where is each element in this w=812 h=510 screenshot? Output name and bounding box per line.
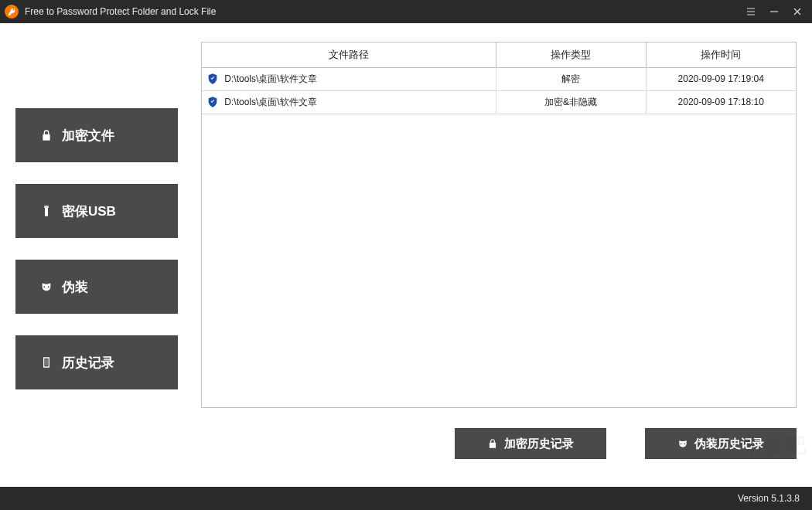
cell-time: 2020-09-09 17:19:04 [646,67,796,90]
cell-op: 解密 [496,67,646,90]
version-label: Version 5.1.3.8 [738,493,800,504]
history-table: 文件路径 操作类型 操作时间 D:\tools\桌面\软件文章 解密 2020-… [201,42,797,408]
col-header-time[interactable]: 操作时间 [646,42,796,67]
col-header-op[interactable]: 操作类型 [496,42,646,67]
cell-path: D:\tools\桌面\软件文章 [202,67,496,90]
lock-icon [39,128,54,142]
encrypt-history-button[interactable]: 加密历史记录 [455,428,606,459]
sidebar-item-label: 伪装 [62,278,88,296]
lock-icon [487,437,498,450]
button-label: 加密历史记录 [504,437,574,451]
button-label: 伪装历史记录 [694,437,764,451]
cell-time: 2020-09-09 17:18:10 [646,90,796,114]
cell-op: 加密&非隐藏 [496,90,646,114]
shield-check-icon [206,96,219,108]
disguise-history-button[interactable]: 伪装历史记录 [645,428,797,459]
minimize-button[interactable] [763,0,786,23]
sidebar: 加密文件 密保USB 伪装 历史记录 [15,108,178,411]
history-icon [39,355,54,369]
mask-icon [39,280,54,294]
usb-icon [39,204,54,218]
shield-check-icon [206,73,219,85]
sidebar-item-label: 密保USB [62,202,116,220]
sidebar-item-encrypt-file[interactable]: 加密文件 [15,108,178,162]
title-bar: Free to Password Protect Folder and Lock… [0,0,812,23]
sidebar-item-label: 历史记录 [62,354,114,372]
cell-path: D:\tools\桌面\软件文章 [202,90,496,114]
menu-button[interactable] [739,0,763,23]
window-title: Free to Password Protect Folder and Lock… [25,6,216,17]
main-area: 加密文件 密保USB 伪装 历史记录 文件路径 [0,23,812,487]
table-header-row: 文件路径 操作类型 操作时间 [202,42,796,67]
table-row[interactable]: D:\tools\桌面\软件文章 加密&非隐藏 2020-09-09 17:18… [202,90,796,114]
sidebar-item-history[interactable]: 历史记录 [15,335,178,389]
table-row[interactable]: D:\tools\桌面\软件文章 解密 2020-09-09 17:19:04 [202,67,796,90]
close-button[interactable] [786,0,809,23]
col-header-path[interactable]: 文件路径 [202,42,496,67]
sidebar-item-disguise[interactable]: 伪装 [15,260,178,314]
sidebar-item-label: 加密文件 [62,127,114,144]
mask-icon [677,437,688,450]
bottom-button-row: 加密历史记录 伪装历史记录 [455,428,797,459]
status-bar: Version 5.1.3.8 [0,487,812,510]
sidebar-item-usb[interactable]: 密保USB [15,184,178,238]
app-logo-icon [5,5,19,19]
